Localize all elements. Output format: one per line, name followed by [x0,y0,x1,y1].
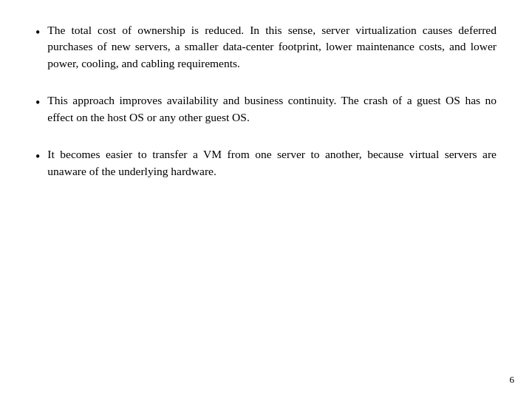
bullet-item-2: • This approach improves availability an… [35,92,497,126]
bullet-text-1: The total cost of ownership is reduced. … [47,22,497,72]
bullet-dot-1: • [35,23,40,42]
bullet-item-3: • It becomes easier to transfer a VM fro… [35,146,497,180]
bullet-text-3: It becomes easier to transfer a VM from … [47,146,497,180]
slide-container: • The total cost of ownership is reduced… [0,0,532,399]
bullet-text-2: This approach improves availability and … [47,92,497,126]
bullet-dot-2: • [35,93,40,112]
bullet-dot-3: • [35,147,40,166]
bullet-item-1: • The total cost of ownership is reduced… [35,22,497,72]
page-number: 6 [510,373,515,387]
